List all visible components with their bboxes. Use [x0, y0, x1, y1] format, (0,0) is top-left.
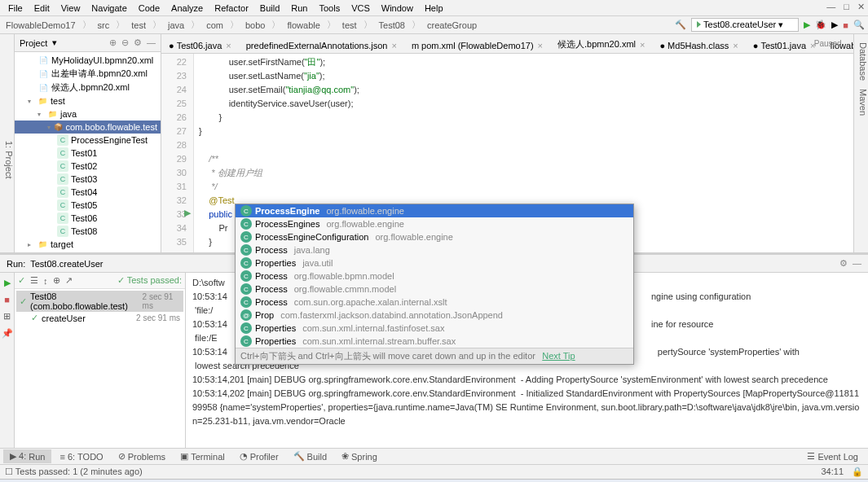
next-tip-link[interactable]: Next Tip: [542, 351, 575, 361]
menu-analyze[interactable]: Analyze: [166, 2, 208, 15]
bottom-tab-eventlog[interactable]: ☰ Event Log: [800, 449, 865, 463]
crumb-method[interactable]: createGroup: [425, 20, 479, 31]
tab-annotations[interactable]: predefinedExternalAnnotations.json×: [239, 37, 404, 53]
left-tool-strip: 1: Project Structure: [0, 34, 15, 252]
hide-icon[interactable]: —: [147, 37, 156, 48]
project-panel: Project ▾ ⊕ ⊖ ⚙ — 📄MyHolidayUI.bpmn20.xm…: [15, 34, 161, 252]
menu-view[interactable]: View: [56, 2, 86, 15]
menu-help[interactable]: Help: [420, 2, 448, 15]
stop-icon[interactable]: ■: [843, 20, 848, 30]
run-icon[interactable]: ▶: [804, 20, 810, 30]
run-config-combo[interactable]: Test08.createUser ▾: [691, 18, 799, 32]
bottom-tab-problems[interactable]: ⊘ Problems: [112, 449, 172, 463]
database-tool-button[interactable]: Database: [854, 42, 868, 81]
menu-navigate[interactable]: Navigate: [86, 2, 131, 15]
export-icon[interactable]: ↗: [65, 275, 73, 286]
sort-icon[interactable]: ↕: [43, 276, 48, 286]
project-tool-button[interactable]: 1: Project: [4, 67, 14, 252]
tab-md5[interactable]: ● Md5Hash.class×: [652, 37, 745, 53]
test-toolbar: ✓ ☰ ↕ ⊕ ↗ ✓ Tests passed:: [15, 273, 185, 289]
status-message: ☐ Tests passed: 1 (2 minutes ago): [5, 467, 143, 477]
lock-icon[interactable]: 🔒: [852, 467, 863, 477]
right-tool-strip: Database Maven: [853, 34, 868, 252]
completion-item-selected[interactable]: CProcessEngineorg.flowable.engine: [236, 204, 633, 217]
collapse-icon[interactable]: ⊖: [121, 37, 129, 48]
close-icon[interactable]: ✕: [857, 2, 865, 12]
tab-bpmn[interactable]: 候选人.bpmn20.xml×: [550, 35, 652, 53]
hammer-icon[interactable]: 🔨: [675, 20, 686, 30]
tab-test06[interactable]: ● Test06.java×: [161, 37, 239, 53]
bottom-tab-spring[interactable]: ❀ Spring: [335, 449, 384, 463]
completion-hint: Ctrl+向下箭头 and Ctrl+向上箭头 will move caret …: [236, 348, 633, 364]
panel-title: Project: [20, 38, 47, 48]
tree-selected-package: ▾📦com.bobo.flowable.test: [15, 120, 161, 134]
menu-code[interactable]: Code: [134, 2, 165, 15]
menu-tools[interactable]: Tools: [314, 2, 345, 15]
bottom-tool-tabs: ▶ 4: Run ≡ 6: TODO ⊘ Problems ▣ Terminal…: [0, 448, 868, 464]
menu-bar: File Edit View Navigate Code Analyze Ref…: [0, 0, 868, 16]
editor-tabs: ● Test06.java× predefinedExternalAnnotat…: [161, 34, 868, 54]
window-controls: — □ ✕: [826, 2, 865, 12]
windows-taskbar: ☀ 17°C ⊞ 🔍 ▭ 📁 🛍 🦊 💬 🐧 📋 🗂 🌐 IJ 🔧 🌍 T 📑 …: [0, 479, 868, 482]
gear-icon[interactable]: ⚙: [839, 258, 848, 269]
check-icon[interactable]: ✓: [18, 275, 25, 286]
debug-icon[interactable]: 🐞: [815, 20, 826, 30]
breadcrumb: FlowableDemo17〉 src〉 test〉 java〉 com〉 bo…: [3, 18, 479, 32]
caret-position: 34:11: [821, 467, 844, 477]
crumb-project[interactable]: FlowableDemo17: [3, 20, 78, 31]
expand-icon[interactable]: ⊕: [53, 275, 60, 286]
bottom-tab-terminal[interactable]: ▣ Terminal: [174, 449, 231, 463]
paused-label: Paused...: [814, 39, 848, 48]
tab-pom[interactable]: m pom.xml (FlowableDemo17)×: [404, 37, 550, 53]
menu-edit[interactable]: Edit: [29, 2, 55, 15]
run-toolbar-left: ▶ ■ ⊞ 📌: [0, 273, 15, 448]
expand-icon[interactable]: ⊕: [109, 37, 117, 48]
filter-icon[interactable]: ☰: [30, 275, 38, 286]
maven-tool-button[interactable]: Maven: [854, 89, 868, 116]
tab-test01[interactable]: ● Test01.java×: [746, 37, 823, 53]
menu-build[interactable]: Build: [255, 2, 284, 15]
menu-run[interactable]: Run: [286, 2, 312, 15]
test-class-row[interactable]: ✓Test08 (com.bobo.flowable.test)2 sec 91…: [16, 291, 183, 312]
bottom-tab-todo[interactable]: ≡ 6: TODO: [53, 450, 109, 463]
nav-bar: FlowableDemo17〉 src〉 test〉 java〉 com〉 bo…: [0, 16, 868, 34]
project-tree[interactable]: 📄MyHolidayUI.bpmn20.xml 📄出差申请单.bpmn20.xm…: [15, 52, 161, 252]
hide-icon[interactable]: —: [853, 258, 861, 269]
menu-file[interactable]: File: [3, 2, 28, 15]
menu-window[interactable]: Window: [377, 2, 418, 15]
test-method-row[interactable]: ✓createUser2 sec 91 ms: [16, 312, 183, 324]
line-gutter: 222324252627282930313233 ▶34353637: [161, 54, 194, 252]
minimize-icon[interactable]: —: [826, 2, 835, 12]
run-config-name: Test08.createUser: [30, 259, 103, 269]
bottom-tab-build[interactable]: 🔨 Build: [287, 449, 333, 463]
run-title: Run:: [7, 259, 25, 269]
gear-icon[interactable]: ⚙: [134, 37, 142, 48]
completion-popup[interactable]: CProcessEngineorg.flowable.engine CProce…: [235, 204, 634, 365]
menu-vcs[interactable]: VCS: [346, 2, 375, 15]
status-bar: ☐ Tests passed: 1 (2 minutes ago) 34:11 …: [0, 464, 868, 479]
test-tree: ✓ ☰ ↕ ⊕ ↗ ✓ Tests passed: ✓Test08 (com.b…: [15, 273, 186, 448]
coverage-icon[interactable]: ▶: [831, 20, 838, 30]
stop-icon[interactable]: ■: [4, 295, 10, 305]
menu-refactor[interactable]: Refactor: [209, 2, 253, 15]
pin-icon[interactable]: 📌: [2, 328, 13, 339]
rerun-icon[interactable]: ▶: [4, 278, 11, 288]
bottom-tab-profiler[interactable]: ◔ Profiler: [233, 449, 285, 463]
search-icon[interactable]: 🔍: [853, 20, 865, 30]
maximize-icon[interactable]: □: [844, 2, 849, 12]
bottom-tab-run[interactable]: ▶ 4: Run: [3, 449, 51, 463]
layout-icon[interactable]: ⊞: [3, 311, 11, 322]
